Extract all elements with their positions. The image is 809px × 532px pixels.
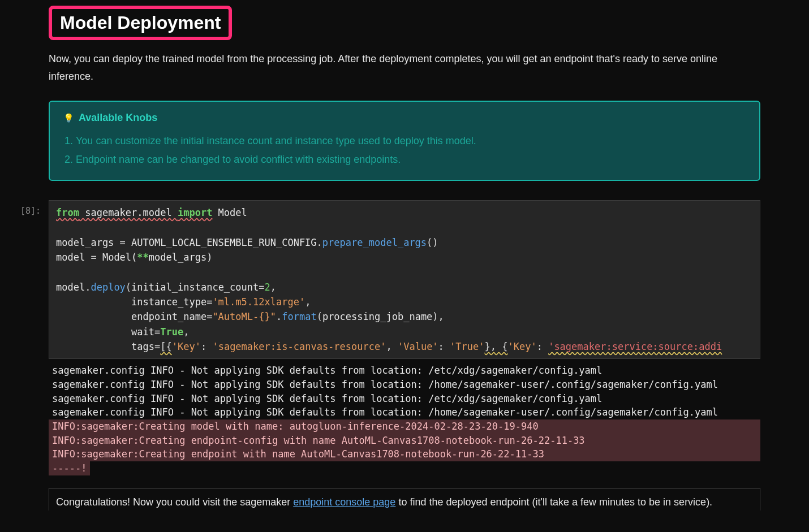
code-token: ( [317, 311, 322, 322]
code-token: format [282, 311, 316, 322]
content-column: Model Deployment Now, you can deploy the… [49, 6, 760, 181]
callout-title: Available Knobs [79, 112, 157, 124]
callout-item-2: Endpoint name can be changed to avoid co… [76, 150, 746, 168]
output-line: sagemaker.config INFO - Not applying SDK… [49, 405, 760, 419]
output-line: sagemaker.config INFO - Not applying SDK… [49, 364, 760, 378]
code-token: 'sagemaker:service:source:addi [548, 341, 722, 352]
code-token: "AutoML-{}" [212, 311, 276, 322]
code-token: import [178, 207, 212, 218]
code-token: 2 [265, 282, 270, 293]
code-token: 'sagemaker:is-canvas-resource' [212, 341, 386, 352]
code-token: prepare_model_args [322, 237, 427, 248]
code-token: Model [212, 207, 247, 218]
code-token: . [276, 311, 282, 322]
code-token: model_args [56, 237, 120, 248]
code-token: Model( [97, 252, 137, 263]
code-token: AUTOML_LOCAL_ENSEMBLE_RUN_CONFIG [126, 237, 317, 248]
code-token: 'Key' [507, 341, 536, 352]
code-token [56, 311, 131, 322]
code-token: = [154, 326, 160, 338]
code-token: sagemaker.model [79, 207, 178, 218]
code-editor[interactable]: from sagemaker.model import Model model_… [49, 200, 760, 359]
code-token: 'True' [450, 341, 484, 352]
output-tail-row: -----! [49, 461, 760, 475]
code-token: = [259, 282, 264, 293]
intro-paragraph: Now, you can deploy the trained model fr… [49, 50, 760, 85]
code-token: wait [131, 326, 154, 338]
output-error-line: INFO:sagemaker:Creating endpoint-config … [49, 434, 760, 448]
code-token [56, 296, 131, 308]
callout-item-1: You can customize the initial instance c… [76, 132, 746, 150]
output-line: sagemaker.config INFO - Not applying SDK… [49, 378, 760, 392]
code-token: = [154, 341, 160, 352]
code-token: tags [131, 341, 154, 352]
code-token: [{ [160, 341, 171, 352]
code-token: deploy [91, 282, 125, 293]
output-progress: -----! [49, 461, 90, 475]
code-token: : [438, 341, 450, 352]
code-token: = [91, 252, 96, 263]
code-token: True [160, 326, 183, 338]
cell-prompt: [8]: [0, 200, 49, 216]
page: Model Deployment Now, you can deploy the… [0, 0, 809, 511]
available-knobs-callout: 💡 Available Knobs You can customize the … [49, 101, 760, 181]
cell-output: sagemaker.config INFO - Not applying SDK… [49, 359, 760, 475]
code-token: , [270, 282, 276, 293]
code-token [56, 341, 131, 352]
code-token: 'ml.m5.12xlarge' [212, 296, 305, 308]
code-token: () [427, 237, 438, 248]
heading-highlight-box: Model Deployment [49, 6, 232, 40]
congrats-text-after: to find the deployed endpoint (it'll tak… [395, 496, 712, 508]
code-token: ), [432, 311, 444, 322]
code-token: ( [126, 282, 131, 293]
section-heading: Model Deployment [60, 12, 221, 33]
code-token: from [56, 207, 79, 218]
lightbulb-icon: 💡 [63, 114, 74, 122]
code-cell-row: [8]: from sagemaker.model import Model m… [0, 200, 809, 359]
code-token: model [56, 282, 85, 293]
code-token: endpoint_name [131, 311, 206, 322]
code-token: ** [137, 252, 148, 263]
code-token: 'Key' [172, 341, 201, 352]
callout-title-row: 💡 Available Knobs [63, 112, 746, 124]
congrats-box: Congratulations! Now you could visit the… [49, 488, 760, 511]
output-line: sagemaker.config INFO - Not applying SDK… [49, 392, 760, 406]
code-token: processing_job_name [322, 311, 432, 322]
code-token [56, 326, 131, 338]
callout-list: You can customize the initial instance c… [76, 132, 746, 168]
code-token: . [85, 282, 91, 293]
code-token: , [386, 341, 397, 352]
code-token: model_args) [149, 252, 213, 263]
code-token: 'Value' [398, 341, 438, 352]
congrats-text-before: Congratulations! Now you could visit the… [56, 496, 293, 508]
code-token: instance_type [131, 296, 206, 308]
output-error-line: INFO:sagemaker:Creating endpoint with na… [49, 447, 760, 461]
code-token: }, { [485, 341, 508, 352]
code-token: : [201, 341, 212, 352]
code-token: initial_instance_count [131, 282, 259, 293]
code-token: = [206, 311, 212, 322]
endpoint-console-link[interactable]: endpoint console page [293, 496, 395, 508]
code-token: , [305, 296, 311, 308]
output-error-line: INFO:sagemaker:Creating model with name:… [49, 419, 760, 434]
code-token: = [120, 237, 126, 248]
code-token: = [206, 296, 212, 308]
code-token: : [537, 341, 548, 352]
code-token: . [317, 237, 322, 248]
code-token: , [183, 326, 189, 338]
code-token: model [56, 252, 91, 263]
